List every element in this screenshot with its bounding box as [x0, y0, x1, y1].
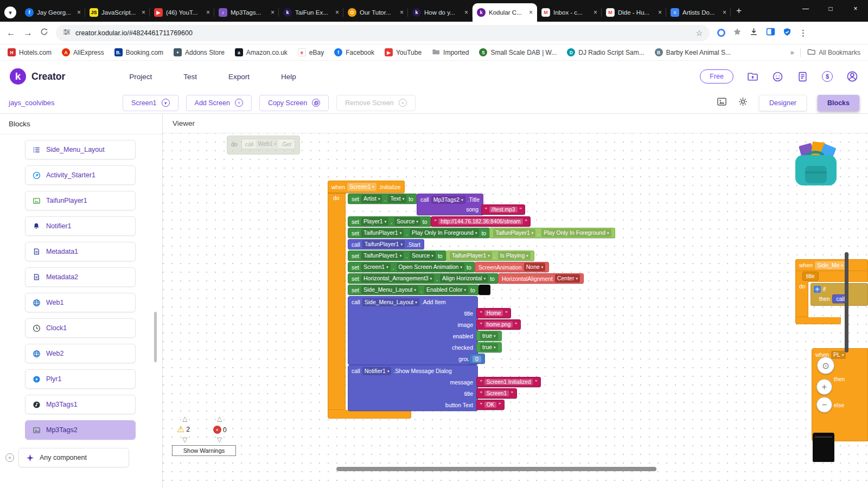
bookmark-item[interactable]: HHotels.com [8, 48, 52, 56]
tab-close-icon[interactable]: × [335, 9, 339, 16]
horizontal-scrollbar[interactable] [336, 467, 656, 471]
component-dropdown[interactable]: Horizontal_Arrangement3 [361, 274, 434, 282]
bookmark-item[interactable]: SSmall Scale DAB | W... [479, 48, 557, 56]
browser-tab[interactable]: M Inbox - c... × [537, 3, 602, 22]
text-string-block[interactable]: " http://144.76.182.36:8406/stream " [431, 216, 531, 227]
export-project-icon[interactable] [747, 71, 758, 82]
url-text[interactable]: creator.kodular.io/#4824461711769600 [75, 29, 691, 37]
color-black-block[interactable] [478, 285, 490, 295]
sidebar-item-taifunplayer1[interactable]: TaifunPlayer1 [25, 191, 136, 210]
component-dropdown[interactable]: Screen1 [361, 263, 391, 271]
maximize-button[interactable]: □ [818, 0, 843, 17]
site-settings-icon[interactable] [63, 28, 71, 37]
browser-tab[interactable]: k TaiFun Ex... × [279, 3, 343, 22]
sidebar-item-plyr1[interactable]: Plyr1 [25, 369, 136, 389]
shield-icon[interactable] [783, 28, 792, 38]
bookmark-star-icon[interactable]: ☆ [695, 29, 703, 37]
designer-view-button[interactable]: Designer [759, 95, 807, 111]
screens-overview-icon[interactable] [717, 97, 727, 109]
zoom-in-icon[interactable]: + [816, 379, 832, 395]
copy-screen-button[interactable]: Copy Screen [259, 95, 329, 111]
tab-close-icon[interactable]: × [529, 9, 533, 16]
blocks-view-button[interactable]: Blocks [818, 95, 859, 111]
property-dropdown[interactable]: Text [388, 195, 406, 203]
remove-screen-button[interactable]: Remove Screen × [336, 95, 416, 111]
set-block[interactable]: set Horizontal_Arrangement3 . Align Hori… [348, 273, 499, 284]
component-dropdown[interactable]: TaifunPlayer1 [361, 229, 404, 237]
set-block[interactable]: set TaifunPlayer1 . Play Only In Foregro… [348, 228, 490, 238]
blocks-canvas[interactable]: Viewer do call Web1 .Get [163, 114, 868, 488]
tab-close-icon[interactable]: × [658, 9, 662, 16]
component-dropdown[interactable]: Side_Menu_Layout [361, 286, 418, 294]
text-string-block[interactable]: "OK" [476, 400, 505, 410]
component-dropdown[interactable]: Notifier1 [362, 367, 392, 375]
getter-block[interactable]: TaifunPlayer1 . Play Only In Foreground [489, 228, 615, 238]
sidebar-item-mp3tags1[interactable]: Mp3Tags1 [25, 395, 136, 414]
sidebar-item-web1[interactable]: Web1 [25, 293, 136, 312]
bookmark-item[interactable]: eeBay [298, 48, 324, 56]
call-mp3tags2-title-block[interactable]: call Mp3Tags2 .Title song " //test.mp3 " [417, 194, 483, 215]
zoom-center-icon[interactable]: ⊙ [817, 357, 834, 374]
error-up-arrow[interactable]: △ [217, 415, 222, 422]
sidebar-scrollbar[interactable] [154, 312, 157, 362]
property-dropdown[interactable]: Open Screen Animation [397, 263, 464, 271]
settings-gear-icon[interactable] [738, 97, 748, 109]
download-icon[interactable] [749, 27, 758, 38]
menu-help[interactable]: Help [281, 73, 296, 81]
bookmark-item[interactable]: +Addons Store [174, 48, 225, 56]
bookmarks-overflow-icon[interactable]: » [790, 49, 794, 56]
menu-export[interactable]: Export [228, 73, 250, 81]
bookmark-item[interactable]: aAmazon.co.uk [235, 48, 288, 56]
bookmark-item[interactable]: Imported [432, 48, 469, 57]
zoom-out-icon[interactable]: − [816, 397, 832, 413]
plan-badge[interactable]: Free [700, 69, 733, 84]
reload-icon[interactable] [40, 28, 48, 38]
side-panel-icon[interactable] [766, 27, 775, 38]
browser-tab[interactable]: O Our Tutor... × [343, 3, 408, 22]
call-web1-get-block[interactable]: call Web1 .Get [241, 139, 295, 149]
trashcan-icon[interactable] [813, 433, 834, 462]
property-dropdown[interactable]: Play Only In Foreground [541, 229, 611, 237]
browser-tab[interactable]: f Jay Georg... × [21, 3, 85, 22]
kodular-logo[interactable]: k [10, 68, 26, 85]
sidebar-item-clock1[interactable]: Clock1 [25, 318, 136, 338]
text-string-block[interactable]: "home.png" [476, 319, 521, 330]
tab-close-icon[interactable]: × [77, 9, 81, 16]
warning-down-arrow[interactable]: ▽ [182, 436, 187, 443]
property-dropdown[interactable]: Source [394, 217, 420, 226]
horizontal-alignment-enum-block[interactable]: HorizontalAlignment Center [498, 273, 584, 284]
when-block-footer[interactable] [328, 410, 411, 419]
when-block-do-spine[interactable]: do [795, 281, 808, 317]
browser-menu-icon[interactable]: ⋮ [799, 28, 807, 38]
component-dropdown[interactable]: TaifunPlayer1 [493, 229, 535, 237]
vertical-scrollbar[interactable] [845, 252, 848, 352]
tab-search-button[interactable]: ▾ [4, 7, 16, 18]
tab-close-icon[interactable]: × [593, 9, 597, 16]
error-down-arrow[interactable]: ▽ [217, 436, 222, 443]
property-dropdown[interactable]: Align Horizontal [440, 274, 488, 282]
logic-true-block[interactable]: true [476, 331, 502, 341]
browser-tab[interactable]: ▶ (46) YouT... × [150, 3, 214, 22]
browser-tab[interactable]: k How do y... × [408, 3, 473, 22]
tab-close-icon[interactable]: × [464, 9, 468, 16]
set-block[interactable]: set TaifunPlayer1 . Source to [348, 251, 446, 261]
text-string-block[interactable]: "Screen1 Initialized" [476, 377, 541, 387]
bookmark-item[interactable]: BBarby Keel Animal S... [655, 48, 731, 56]
component-dropdown[interactable]: Player1 [361, 217, 388, 226]
menu-project[interactable]: Project [129, 73, 152, 81]
disabled-block[interactable]: do call Web1 .Get [227, 136, 300, 155]
url-input[interactable]: creator.kodular.io/#4824461711769600 ☆ [56, 25, 710, 41]
when-block-footer[interactable] [795, 317, 841, 324]
number-block[interactable]: 0 [469, 354, 485, 364]
sidebar-item-metadata1[interactable]: Metadata1 [25, 242, 136, 261]
monetization-icon[interactable]: $ [822, 71, 833, 82]
getter-block[interactable]: TaifunPlayer1 . Is Playing [446, 251, 534, 261]
bookmark-item[interactable]: fFacebook [334, 48, 374, 56]
screen-animation-enum-block[interactable]: ScreenAnimation None [475, 262, 550, 272]
call-add-item-block[interactable]: call Side_Menu_Layout .Add Item title "H… [348, 296, 478, 365]
bookmark-item[interactable]: ▶YouTube [385, 48, 422, 56]
tab-close-icon[interactable]: × [142, 9, 145, 16]
any-component-item[interactable]: Any component [18, 448, 129, 467]
component-dropdown[interactable]: Artist [361, 195, 382, 203]
browser-tab[interactable]: M Dide - Hu... × [602, 3, 666, 22]
